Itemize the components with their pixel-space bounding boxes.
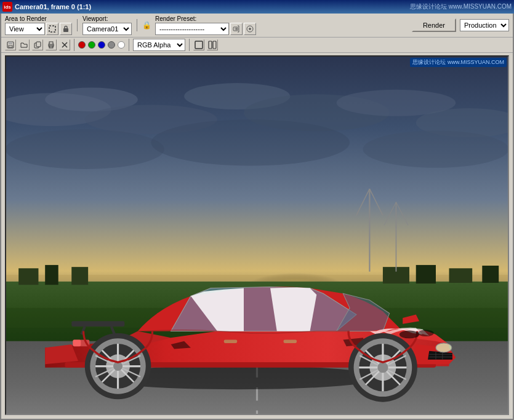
svg-rect-14 [195, 41, 203, 49]
area-to-render-group: Area to Render View Region Blowup Select… [5, 15, 72, 35]
print-icon-btn[interactable] [46, 39, 57, 50]
svg-rect-38 [449, 268, 473, 283]
svg-point-27 [151, 119, 350, 165]
svg-point-87 [418, 330, 434, 336]
load-preset-btn[interactable] [230, 23, 243, 35]
sep-2 [137, 19, 137, 31]
window-title: Camera01, frame 0 (1:1) [15, 3, 91, 10]
svg-rect-16 [213, 41, 216, 49]
svg-rect-33 [18, 268, 38, 285]
toolbar-row-2: RGB Alpha RGB Alpha Red Green Blue [1, 38, 513, 53]
image-viewport: 思缘设计论坛 www.MISSYUAN.COM [5, 55, 509, 415]
svg-rect-35 [71, 267, 88, 285]
viewport-label: Viewport: [82, 15, 108, 22]
app-logo: ids [2, 2, 12, 12]
svg-rect-61 [73, 339, 81, 346]
viewport-group: Viewport: Camera01 Top Front Perspective [82, 15, 132, 35]
area-icon-btn-1[interactable] [46, 23, 58, 35]
window-body: Area to Render View Region Blowup Select… [0, 14, 514, 420]
watermark-text: 思缘设计论坛 www.MISSYUAN.COM [410, 2, 512, 11]
render-preset-label: Render Preset: [155, 15, 196, 22]
svg-rect-84 [224, 339, 238, 343]
title-bar-right: 思缘设计论坛 www.MISSYUAN.COM [410, 2, 512, 11]
blue-channel-dot[interactable] [98, 41, 105, 49]
svg-point-28 [363, 131, 508, 168]
lock-icon: 🔒 [142, 21, 151, 30]
viewport-select[interactable]: Camera01 Top Front Perspective [82, 23, 132, 35]
sep-4 [129, 39, 129, 51]
svg-point-56 [436, 343, 452, 352]
svg-rect-5 [9, 42, 12, 44]
red-channel-dot[interactable] [78, 41, 86, 49]
svg-rect-15 [209, 41, 212, 49]
title-bar-left: ids Camera01, frame 0 (1:1) [2, 2, 91, 12]
area-icon-btn-2[interactable] [60, 23, 72, 35]
production-select[interactable]: Production Draft ActiveShade [460, 19, 509, 31]
open-icon-btn[interactable] [18, 39, 30, 50]
svg-rect-10 [49, 42, 53, 44]
svg-rect-39 [482, 266, 499, 283]
svg-rect-34 [45, 265, 58, 285]
svg-rect-57 [71, 321, 124, 327]
svg-rect-37 [416, 265, 436, 283]
save-icon-btn[interactable] [5, 39, 16, 50]
svg-rect-85 [284, 339, 297, 343]
svg-rect-6 [9, 46, 12, 47]
svg-point-86 [400, 330, 419, 338]
save-preset-btn[interactable] [244, 23, 256, 35]
toolbar-row-1: Area to Render View Region Blowup Select… [1, 14, 513, 38]
close-icon-btn[interactable] [59, 39, 70, 50]
area-label: Area to Render [5, 15, 47, 22]
render-preset-group: Render Preset: -------------------- Prod… [155, 15, 256, 35]
layout-btn-2[interactable] [207, 39, 218, 50]
render-preset-select[interactable]: -------------------- Production Draft [155, 23, 229, 35]
sep-1 [77, 19, 78, 31]
svg-rect-1 [63, 28, 68, 32]
rendered-scene [6, 57, 508, 414]
svg-rect-8 [36, 42, 41, 47]
render-controls: Render Production Draft ActiveShade [412, 18, 509, 32]
clone-icon-btn[interactable] [32, 39, 43, 50]
scene-svg [6, 57, 508, 414]
svg-point-72 [377, 362, 388, 373]
area-select[interactable]: View Region Blowup Selected [5, 23, 45, 35]
white-channel-dot[interactable] [118, 41, 125, 49]
title-bar: ids Camera01, frame 0 (1:1) 思缘设计论坛 www.M… [0, 0, 514, 14]
sep-5 [189, 39, 190, 51]
channel-select[interactable]: RGB Alpha RGB Alpha Red Green Blue [133, 39, 185, 51]
sep-3 [74, 39, 74, 51]
layout-btn-1[interactable] [193, 39, 204, 50]
alpha-channel-dot[interactable] [108, 41, 115, 49]
svg-rect-0 [49, 26, 55, 32]
svg-point-26 [6, 129, 164, 169]
render-button[interactable]: Render [412, 18, 456, 32]
green-channel-dot[interactable] [88, 41, 95, 49]
